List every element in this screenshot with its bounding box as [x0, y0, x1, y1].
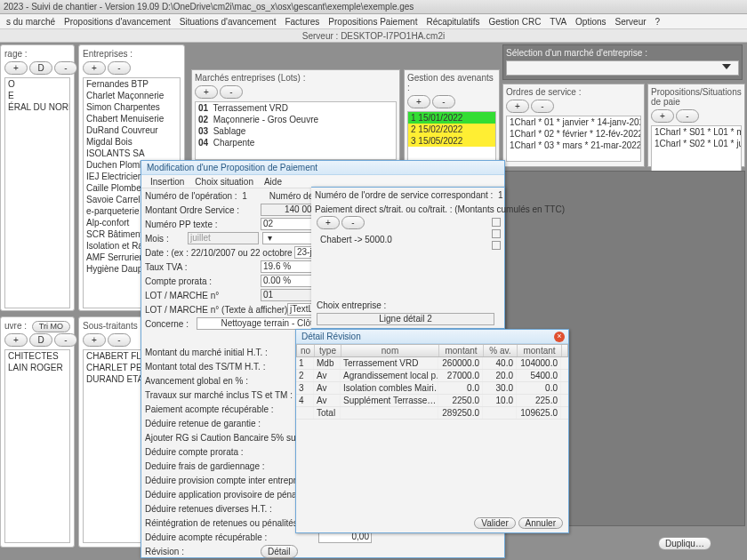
plus-button[interactable]: +	[506, 100, 529, 113]
plus-button[interactable]: +	[4, 61, 28, 75]
plus-button[interactable]: +	[83, 61, 106, 75]
minus-button[interactable]: -	[676, 109, 699, 123]
lots-list[interactable]: 01 Terrassement VRD02 Maçonnerie - Gros …	[195, 101, 397, 160]
dupliquer-button[interactable]: Dupliqu…	[658, 537, 711, 550]
list-item[interactable]: 1Charl * S02 * L01 * juillet * 23…	[652, 138, 741, 149]
dialog-title: Modification d'une Proposition de Paieme…	[141, 161, 504, 175]
list-item[interactable]: Charlet Maçonnerie	[84, 90, 180, 101]
list-item[interactable]: 1Charl * 01 * janvier * 14-janv-2022	[507, 116, 640, 128]
menu-item[interactable]: Factures	[280, 14, 324, 29]
form-label: Travaux sur marché inclus TS et TM :	[145, 390, 318, 400]
avenant-row[interactable]: 3 15/05/2022	[408, 135, 495, 147]
minus-button[interactable]: -	[341, 216, 365, 229]
minus-button[interactable]: -	[54, 61, 77, 75]
minus-button[interactable]: -	[220, 85, 243, 99]
lot-row[interactable]: 02 Maçonnerie - Gros Oeuvre	[196, 114, 396, 125]
form-label: Avancement global en % :	[145, 376, 318, 386]
dialog-menu-item[interactable]: Choix situation	[189, 175, 259, 188]
list-item[interactable]: ISOLANTS SA	[84, 148, 180, 159]
table-row[interactable]: 1MdbTerrassement VRD260000.040.0104000.0	[296, 357, 568, 370]
uvre-list[interactable]: CHITECTESLAIN ROGER	[4, 349, 70, 543]
plus-button[interactable]: +	[317, 216, 340, 229]
d-button[interactable]: D	[29, 61, 52, 75]
table-cell: Agrandissement local p…	[341, 370, 438, 381]
list-item[interactable]: Fernandes BTP	[84, 78, 180, 90]
list-item[interactable]: Chabert Menuiserie	[84, 113, 180, 124]
table-cell: Av	[314, 382, 341, 394]
plus-button[interactable]: +	[195, 85, 218, 99]
table-row[interactable]: Total289250.0109625.0	[296, 407, 568, 420]
table-cell: 40.0	[483, 357, 517, 369]
pd-label: Paiement direct s/trait. ou co/trait. : …	[315, 204, 565, 214]
concerne-label: Concerne :	[145, 319, 197, 329]
menu-item[interactable]: Récapitulatifs	[422, 14, 484, 29]
table-cell: 27000.0	[438, 370, 483, 381]
menu-item[interactable]: Serveur	[611, 14, 651, 29]
lot-row[interactable]: 04 Charpente	[196, 137, 396, 148]
checkbox[interactable]	[492, 229, 501, 238]
list-item[interactable]: ÉRAL DU NORD	[5, 101, 69, 113]
tri-mo-button[interactable]: Tri MO	[32, 321, 70, 332]
menu-item[interactable]: Situations d'avancement	[175, 14, 281, 29]
table-row[interactable]: 2AvAgrandissement local p…27000.020.0540…	[296, 370, 568, 382]
close-icon[interactable]: ×	[554, 332, 565, 342]
form-label: Déduire acompte récupérable :	[145, 532, 318, 542]
list-item[interactable]: LAIN ROGER	[5, 362, 69, 373]
lot-row[interactable]: 03 Sablage	[196, 125, 396, 137]
list-item[interactable]: CHITECTES	[5, 350, 69, 362]
lot-row[interactable]: 01 Terrassement VRD	[196, 102, 396, 114]
selection-dropdown[interactable]	[506, 60, 739, 76]
minus-button[interactable]: -	[531, 100, 554, 113]
plus-button[interactable]: +	[651, 109, 674, 123]
table-row[interactable]: 4AvSupplément Terrasse…2250.010.0225.0	[296, 395, 568, 407]
menu-item[interactable]: Options	[571, 14, 610, 29]
menu-item[interactable]: s du marché	[2, 14, 60, 29]
plus-button[interactable]: +	[4, 333, 28, 347]
menu-item[interactable]: TVA	[545, 14, 571, 29]
list-item[interactable]: Simon Charpentes	[84, 101, 180, 113]
dialog-menu-item[interactable]: Aide	[259, 175, 287, 188]
list-item[interactable]: E	[5, 90, 69, 101]
menu-item[interactable]: Propositions Paiement	[324, 14, 422, 29]
table-cell: 4	[296, 395, 314, 406]
avenant-row[interactable]: 2 15/02/2022	[408, 124, 495, 135]
valider-button[interactable]: Valider	[474, 517, 515, 529]
dialog-menu-item[interactable]: Insertion	[145, 175, 189, 188]
os-list[interactable]: 1Charl * 01 * janvier * 14-janv-20221Cha…	[506, 116, 641, 162]
ligne-detail-2[interactable]: Ligne détail 2	[317, 313, 494, 325]
menu-item[interactable]: Propositions d'avancement	[60, 14, 175, 29]
avenant-row[interactable]: 1 15/01/2022	[408, 112, 495, 124]
table-cell: 20.0	[483, 370, 517, 381]
list-item[interactable]: 1Charl * S01 * L01 * mai * 12-…	[652, 126, 741, 138]
list-item[interactable]: O	[5, 78, 69, 90]
d-button[interactable]: D	[29, 333, 52, 347]
detail-button[interactable]: Détail	[261, 545, 298, 558]
rage-list[interactable]: OEÉRAL DU NORD	[4, 77, 70, 308]
list-item[interactable]: 1Charl * 02 * février * 12-fév-2022	[507, 128, 640, 140]
annuler-button[interactable]: Annuler	[518, 517, 563, 529]
form-label: Montant du marché initial H.T. :	[145, 348, 318, 357]
plus-button[interactable]: +	[407, 95, 430, 108]
form-label: Paiement acompte récupérable :	[145, 404, 318, 414]
table-cell: Av	[314, 395, 341, 406]
list-item[interactable]: 1Charl * 03 * mars * 21-mar-2022	[507, 140, 640, 151]
list-item[interactable]: Migdal Bois	[84, 136, 180, 148]
minus-button[interactable]: -	[432, 95, 455, 108]
plus-button[interactable]: +	[83, 333, 106, 347]
minus-button[interactable]: -	[54, 333, 77, 347]
minus-button[interactable]: -	[108, 61, 131, 75]
checkbox[interactable]	[492, 241, 501, 250]
checkbox[interactable]	[492, 218, 501, 227]
numos-value: 1	[498, 190, 503, 200]
table-cell	[341, 407, 438, 419]
minus-button[interactable]: -	[108, 333, 131, 347]
menu-item[interactable]: Gestion CRC	[484, 14, 545, 29]
cp-label: Compte prorata :	[145, 276, 261, 286]
table-row[interactable]: 3AvIsolation combles Mairi…0.030.00.0	[296, 382, 568, 395]
avenants-label: Gestion des avenants :	[407, 73, 496, 92]
lott-label: LOT / MARCHE n° (Texte à afficher)	[145, 305, 287, 315]
list-item[interactable]: DuRand Couvreur	[84, 124, 180, 136]
prop-list[interactable]: 1Charl * S01 * L01 * mai * 12-…1Charl * …	[651, 125, 742, 172]
table-cell: 260000.0	[438, 357, 483, 369]
menu-item[interactable]: ?	[651, 14, 665, 29]
